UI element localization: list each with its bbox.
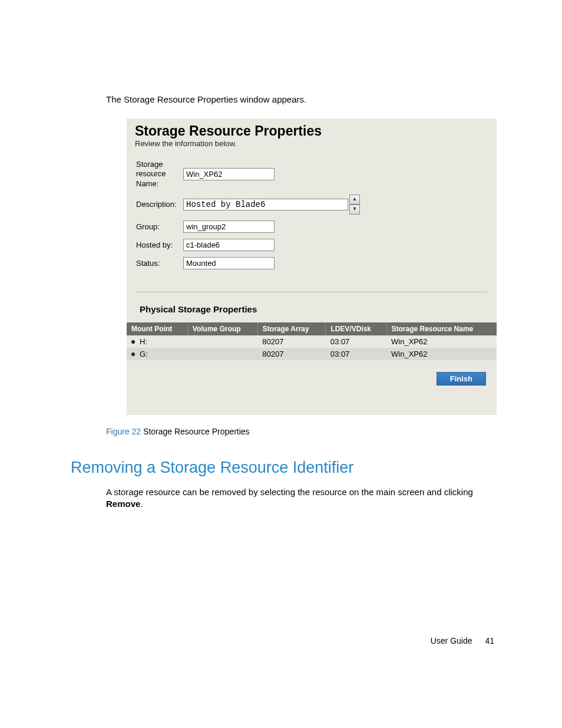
status-label: Status:: [136, 259, 183, 268]
cell-array: 80207: [257, 335, 326, 348]
cell-mount: G:: [140, 350, 148, 358]
col-srn: Storage Resource Name: [386, 322, 497, 335]
table-row: H: 80207 03:07 Win_XP62: [127, 335, 497, 348]
table-header-row: Mount Point Volume Group Storage Array L…: [127, 322, 497, 335]
body-text-strong: Remove: [106, 499, 140, 509]
description-input[interactable]: [183, 199, 348, 210]
hosted-by-input[interactable]: [183, 239, 275, 251]
description-scroll: ▲ ▼: [349, 195, 360, 215]
group-label: Group:: [136, 222, 183, 231]
footer-doc: User Guide: [431, 636, 472, 645]
name-label: Storage resource Name:: [136, 160, 183, 189]
finish-button[interactable]: Finish: [437, 372, 486, 386]
cell-srn: Win_XP62: [386, 348, 497, 360]
physical-properties-title: Physical Storage Properties: [127, 304, 497, 322]
bullet-icon: [131, 340, 135, 344]
figure-caption: Figure 22 Storage Resource Properties: [106, 427, 497, 436]
group-input[interactable]: [183, 220, 275, 233]
scroll-up-icon[interactable]: ▲: [349, 195, 360, 205]
cell-array: 80207: [257, 348, 326, 360]
col-array: Storage Array: [257, 322, 326, 335]
footer-page-number: 41: [485, 636, 494, 645]
body-text-before: A storage resource can be removed by sel…: [106, 487, 473, 497]
description-label: Description:: [136, 200, 183, 209]
cell-ldev: 03:07: [326, 335, 386, 348]
cell-ldev: 03:07: [326, 348, 386, 360]
section-heading: Removing a Storage Resource Identifier: [71, 459, 497, 477]
properties-window: Storage Resource Properties Review the i…: [127, 118, 497, 415]
cell-vg: [187, 335, 257, 348]
table-row: G: 80207 03:07 Win_XP62: [127, 348, 497, 360]
cell-srn: Win_XP62: [386, 335, 497, 348]
hosted-by-label: Hosted by:: [136, 241, 183, 249]
section-body: A storage resource can be removed by sel…: [106, 486, 474, 510]
figure-label: Figure 22: [106, 427, 141, 436]
figure-caption-text: Storage Resource Properties: [143, 427, 250, 436]
cell-mount: H:: [140, 337, 147, 346]
col-ldev: LDEV/VDisk: [326, 322, 386, 335]
divider: [136, 292, 487, 292]
body-text-after: .: [140, 499, 143, 509]
name-input[interactable]: [183, 168, 275, 180]
bullet-icon: [131, 353, 135, 356]
scroll-down-icon[interactable]: ▼: [349, 205, 360, 215]
cell-vg: [187, 348, 257, 360]
physical-properties-table: Mount Point Volume Group Storage Array L…: [127, 322, 497, 360]
form-area: Storage resource Name: Description: ▲ ▼ …: [127, 156, 497, 279]
window-subtitle: Review the information below.: [127, 139, 497, 156]
page-footer: User Guide 41: [431, 636, 494, 645]
window-title: Storage Resource Properties: [127, 118, 497, 139]
status-input[interactable]: [183, 257, 275, 269]
col-mount: Mount Point: [127, 322, 187, 335]
col-vg: Volume Group: [187, 322, 257, 335]
intro-paragraph: The Storage Resource Properties window a…: [106, 94, 497, 104]
